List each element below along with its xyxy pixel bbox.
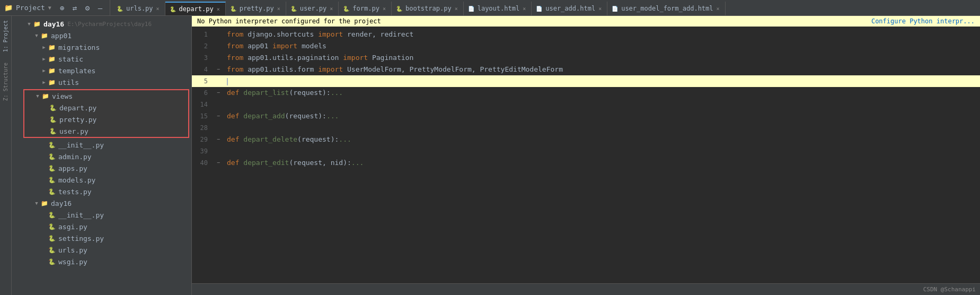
tree-app01[interactable]: ▼ 📁 app01 [23, 30, 191, 41]
tab-bootstrap[interactable]: 🐍 bootstrap.py × [392, 2, 464, 15]
fold-icon-40[interactable]: − [217, 157, 220, 169]
py-file-icon: 🐍 [48, 187, 56, 196]
py-icon: 🐍 [396, 6, 402, 12]
tab-pretty-close[interactable]: × [276, 5, 281, 12]
project-title[interactable]: Project [16, 4, 45, 12]
folder-icon: 📁 [48, 66, 56, 75]
fold-icon-4[interactable]: − [217, 64, 220, 75]
dropdown-icon[interactable]: ▼ [48, 5, 51, 11]
tree-apps-py[interactable]: ▶ 🐍 apps.py [23, 162, 191, 174]
tree-urls2-py[interactable]: ▶ 🐍 urls.py [23, 244, 191, 256]
py-file-icon: 🐍 [48, 257, 56, 266]
text-cursor [227, 78, 228, 85]
tab-form[interactable]: 🐍 form.py × [339, 2, 392, 15]
line-num-40: 40 [192, 157, 213, 169]
minimize-icon[interactable]: — [95, 3, 105, 13]
add-icon[interactable]: ⊕ [57, 3, 67, 13]
html-icon: 📄 [536, 6, 542, 12]
depart-py-label: depart.py [59, 104, 96, 112]
project-section: 📁 Project ▼ ⊕ ⇄ ⚙ — [4, 0, 110, 15]
line-content-5[interactable] [224, 75, 228, 87]
tree-pretty-py[interactable]: 🐍 pretty.py [24, 114, 188, 125]
tab-user-model-form-add-label: user_model_form_add.html [621, 5, 713, 12]
tree-utils[interactable]: ▶ 📁 utils [23, 76, 191, 88]
tree-asgi-py[interactable]: ▶ 🐍 asgi.py [23, 221, 191, 232]
tree-models-py[interactable]: ▶ 🐍 models.py [23, 174, 191, 186]
tab-layout-close[interactable]: × [522, 5, 527, 12]
settings-py-label: settings.py [58, 235, 104, 242]
tab-depart-close[interactable]: × [216, 6, 221, 13]
main-content: 1: Project Z: Structure ▼ 📁 day16 E:\Pyc… [0, 16, 980, 295]
tree-migrations[interactable]: ▶ 📁 migrations [23, 41, 191, 53]
tests-py-label: tests.py [58, 188, 92, 196]
tab-urls-close[interactable]: × [155, 5, 161, 12]
line-num-14: 14 [192, 99, 213, 110]
tab-form-close[interactable]: × [382, 5, 387, 12]
line-content-29[interactable]: def depart_delete(request):... [224, 134, 351, 145]
fold-icon-6[interactable]: − [217, 87, 220, 99]
tree-tests-py[interactable]: ▶ 🐍 tests.py [23, 186, 191, 197]
tree-root[interactable]: ▼ 📁 day16 E:\PycharmProjects\day16 [23, 18, 191, 30]
code-editor[interactable]: 1 from django.shortcuts import render, r… [192, 27, 980, 283]
line-content-2[interactable]: from app01 import models [224, 40, 326, 52]
views-group: ▼ 📁 views 🐍 depart.py 🐍 pretty.py [23, 89, 189, 138]
code-line-1: 1 from django.shortcuts import render, r… [192, 29, 980, 40]
line-num-1: 1 [192, 29, 213, 40]
gutter-40[interactable]: − [213, 157, 224, 169]
project-tool-label[interactable]: 1: Project [3, 20, 8, 52]
tree-day16-folder[interactable]: ▼ 📁 day16 [23, 197, 191, 209]
gutter-6[interactable]: − [213, 87, 224, 99]
day16-folder-label: day16 [51, 199, 72, 207]
py-file-icon: 🐍 [49, 103, 57, 112]
folder-icon: 📁 [33, 20, 41, 28]
file-tree: ▼ 📁 day16 E:\PycharmProjects\day16 ▼ 📁 a… [12, 16, 192, 295]
tree-init2-py[interactable]: ▶ 🐍 __init__.py [23, 209, 191, 221]
line-content-40[interactable]: def depart_edit(request, nid):... [224, 157, 364, 169]
code-line-14: 14 [192, 99, 980, 110]
editor-area: No Python interpreter configured for the… [192, 16, 980, 295]
code-line-5[interactable]: 5 [192, 75, 980, 87]
line-content-6[interactable]: def depart_list(request):... [224, 87, 343, 99]
tree-admin-py[interactable]: ▶ 🐍 admin.py [23, 151, 191, 162]
line-content-1[interactable]: from django.shortcuts import render, red… [224, 29, 413, 40]
tree-static[interactable]: ▶ 📁 static [23, 53, 191, 65]
tab-user-add-close[interactable]: × [597, 5, 603, 12]
line-num-28: 28 [192, 122, 213, 134]
tab-bootstrap-close[interactable]: × [454, 5, 459, 12]
configure-interpreter-link[interactable]: Configure Python interpr... [871, 18, 975, 25]
gutter-15[interactable]: − [213, 110, 224, 122]
line-content-15[interactable]: def depart_add(request):... [224, 110, 339, 122]
line-content-4[interactable]: from app01.utils.form import UserModelFo… [224, 64, 563, 75]
tab-user-close[interactable]: × [329, 5, 334, 12]
expand-arrow: ▶ [40, 80, 48, 85]
tab-user[interactable]: 🐍 user.py × [286, 2, 339, 15]
init2-py-label: __init__.py [58, 211, 104, 219]
tree-depart-py[interactable]: 🐍 depart.py [24, 102, 188, 114]
tab-depart[interactable]: 🐍 depart.py × [165, 2, 226, 15]
tab-user-add[interactable]: 📄 user_add.html × [532, 2, 607, 15]
fold-icon-15[interactable]: − [217, 110, 220, 122]
tree-templates[interactable]: ▶ 📁 templates [23, 65, 191, 76]
tab-user-model-form-add[interactable]: 📄 user_model_form_add.html × [607, 2, 725, 15]
tree-wsgi-py[interactable]: ▶ 🐍 wsgi.py [23, 256, 191, 267]
py-file-icon: 🐍 [48, 176, 56, 184]
tree-settings-py[interactable]: ▶ 🐍 settings.py [23, 232, 191, 244]
gutter-29[interactable]: − [213, 134, 224, 145]
tree-views[interactable]: ▼ 📁 views [24, 90, 188, 102]
settings-icon[interactable]: ⚙ [82, 3, 93, 13]
user-py-label: user.py [59, 127, 89, 135]
fold-icon-29[interactable]: − [217, 134, 220, 145]
py-file-icon: 🐍 [48, 141, 56, 149]
tree-user-py[interactable]: 🐍 user.py [24, 125, 188, 137]
structure-tool-label[interactable]: Z: Structure [3, 63, 8, 101]
py-icon: 🐍 [117, 6, 123, 12]
wsgi-py-label: wsgi.py [58, 258, 87, 266]
root-label: day16 [43, 20, 64, 28]
tab-urls[interactable]: 🐍 urls.py × [112, 2, 165, 15]
tree-init-py[interactable]: ▶ 🐍 __init__.py [23, 139, 191, 151]
tab-pretty[interactable]: 🐍 pretty.py × [226, 2, 286, 15]
tab-user-model-form-add-close[interactable]: × [716, 5, 721, 12]
transfer-icon[interactable]: ⇄ [69, 3, 80, 13]
line-content-3[interactable]: from app01.utils.pagination import Pagin… [224, 52, 413, 64]
tab-layout[interactable]: 📄 layout.html × [464, 2, 532, 15]
